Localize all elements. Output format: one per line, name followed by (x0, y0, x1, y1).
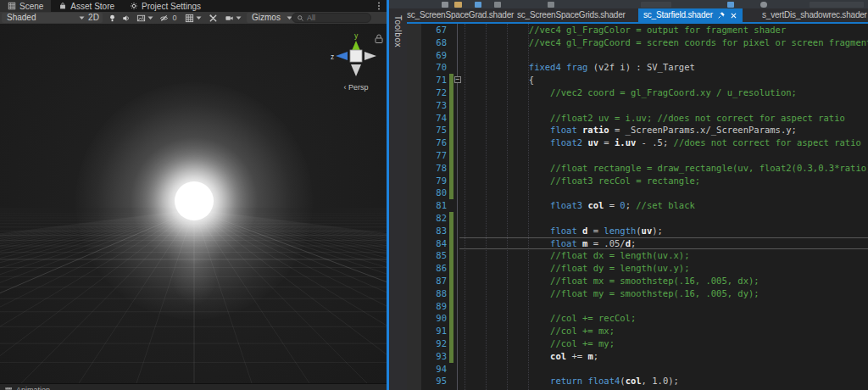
code-text: //float dy = length(uv.y); (465, 262, 689, 275)
toolbar-fragment (442, 2, 448, 8)
scene-audio-toggle[interactable] (120, 13, 132, 23)
code-line[interactable]: 79//float3 recCol = rectangle; (407, 175, 868, 187)
document-tab[interactable]: sc_ScreenSpaceGrad.shader (407, 8, 514, 22)
grid-visibility-dropdown[interactable] (182, 13, 203, 23)
shading-mode-dropdown[interactable]: Shaded (2, 13, 88, 23)
unity-tab-bar: Scene Asset Store Project Settings (0, 0, 387, 12)
lightbulb-icon (108, 14, 117, 23)
code-line[interactable]: 95return float4(col, 1.0); (407, 375, 868, 387)
line-number: 70 (407, 61, 449, 74)
shopping-bag-icon (58, 2, 67, 10)
document-tab-label: sc_Starfield.shader (643, 8, 713, 22)
code-line[interactable]: 93col += m; (407, 350, 868, 363)
code-line[interactable]: 67//vec4 gl_FragColor = output for fragm… (407, 24, 868, 36)
line-number: 67 (407, 24, 449, 36)
toolbox-side-tab[interactable]: Toolbox (389, 8, 407, 390)
code-line[interactable]: 71−{ (407, 74, 868, 86)
tab-asset-store[interactable]: Asset Store (51, 0, 122, 12)
code-line[interactable]: 70fixed4 frag (v2f i) : SV_Target (407, 61, 868, 74)
line-number: 80 (407, 187, 449, 199)
code-line[interactable]: 81float3 col = 0; //set black (407, 199, 868, 212)
code-line[interactable]: 91//col += mx; (407, 325, 868, 337)
code-line[interactable]: 92//col += my; (407, 337, 868, 350)
document-tab-label: sc_ScreenSpaceGrids.shader (517, 10, 626, 20)
crossed-tools-icon (209, 14, 218, 23)
toolbar-fragment (548, 2, 554, 8)
code-line[interactable]: 94 (407, 363, 868, 376)
gizmos-label: Gizmos (250, 13, 282, 23)
camera-dropdown[interactable] (222, 13, 243, 23)
line-number: 95 (407, 375, 449, 387)
close-icon[interactable] (730, 12, 737, 20)
code-editor[interactable]: 67//vec4 gl_FragColor = output for fragm… (407, 24, 868, 390)
code-line[interactable]: 87//float mx = smoothstep(.16, .005, dx)… (407, 275, 868, 287)
projection-mode-label[interactable]: ‹ Persp (343, 83, 368, 92)
chevron-down-icon (196, 16, 202, 20)
code-line[interactable]: 75float ratio = _ScreenParams.x/_ScreenP… (407, 124, 868, 136)
fold-collapse-box[interactable]: − (454, 76, 461, 83)
scene-effects-dropdown[interactable] (134, 13, 155, 23)
hidden-objects-count: 0 (170, 13, 178, 23)
scene-lighting-toggle[interactable] (106, 13, 119, 23)
code-line[interactable]: 83float d = length(uv); (407, 225, 868, 237)
lock-icon (376, 35, 382, 42)
code-line[interactable]: 68//vec4 gl_FragCoord = screen coords fo… (407, 36, 868, 49)
2d-toggle-button[interactable]: 2D (85, 13, 103, 23)
grid-icon (185, 14, 194, 23)
axis-x-cone (364, 52, 376, 60)
code-line[interactable]: 69 (407, 49, 868, 62)
line-number: 69 (407, 49, 449, 62)
code-line[interactable]: 84float m = .05/d; (407, 237, 868, 250)
tab-project-settings[interactable]: Project Settings (122, 0, 209, 12)
code-line[interactable]: 90//col += recCol; (407, 312, 868, 325)
code-text: //float dx = length(uv.x); (465, 249, 689, 262)
axis-y-label: y (354, 31, 359, 40)
code-line[interactable]: 72//vec2 coord = gl_FragCoord.xy / u_res… (407, 86, 868, 99)
2d-label: 2D (86, 13, 101, 23)
code-text: //col += my; (465, 337, 615, 350)
code-line[interactable]: 85//float dx = length(uv.x); (407, 249, 868, 262)
tab-project-settings-label: Project Settings (142, 2, 201, 11)
chevron-down-icon (147, 16, 153, 20)
pin-icon[interactable] (717, 11, 726, 20)
document-tab[interactable]: s_vertDis_shadowrec.shader (762, 8, 867, 22)
animation-tab[interactable]: Animation (5, 386, 50, 390)
code-line[interactable]: 88//float my = smoothstep(.16, .005, dy)… (407, 287, 868, 300)
code-line[interactable]: 77 (407, 149, 868, 162)
axis-z-label: z (331, 53, 334, 61)
tab-scene[interactable]: Scene (0, 0, 51, 12)
scene-viewport[interactable]: y z ‹ Persp (0, 24, 387, 383)
camera-icon (225, 14, 234, 23)
hidden-objects-toggle[interactable]: 0 (159, 13, 180, 23)
gizmos-dropdown[interactable]: Gizmos (247, 13, 296, 23)
tools-button[interactable] (206, 13, 220, 23)
code-line[interactable]: 74//float2 uv = i.uv; //does not correct… (407, 112, 868, 125)
line-number: 93 (407, 350, 449, 363)
code-text: //float mx = smoothstep(.16, .005, dx); (465, 275, 760, 287)
scene-search-field[interactable] (292, 13, 371, 23)
code-line[interactable]: 78//float rectangle = draw_rectangle(uv,… (407, 162, 868, 175)
screen: Scene Asset Store Project Settings (0, 0, 868, 390)
code-line[interactable]: 80 (407, 187, 868, 199)
code-text: float ratio = _ScreenParams.x/_ScreenPar… (465, 124, 797, 136)
code-line[interactable]: 89 (407, 300, 868, 313)
line-number: 90 (407, 312, 449, 325)
code-line[interactable]: 73 (407, 99, 868, 112)
code-text: //col += recCol; (465, 312, 636, 325)
editor-top-strip (389, 0, 868, 8)
code-line[interactable]: 86//float dy = length(uv.y); (407, 262, 868, 275)
orientation-gizmo[interactable]: y z ‹ Persp (325, 31, 386, 98)
line-number: 72 (407, 86, 449, 99)
line-number: 94 (407, 363, 449, 376)
code-line[interactable]: 82 (407, 212, 868, 225)
document-tab[interactable]: sc_Starfield.shader (638, 8, 743, 22)
document-tab[interactable]: sc_ScreenSpaceGrids.shader (517, 8, 626, 22)
axis-down-cone (351, 64, 361, 76)
line-number: 85 (407, 249, 449, 262)
line-number: 74 (407, 112, 449, 125)
overflow-menu-icon[interactable] (374, 1, 384, 11)
code-text: //col += mx; (465, 325, 615, 337)
code-line[interactable]: 76float2 uv = i.uv - .5; //does not corr… (407, 136, 868, 149)
search-input[interactable] (307, 14, 358, 22)
tab-asset-store-label: Asset Store (70, 2, 114, 11)
